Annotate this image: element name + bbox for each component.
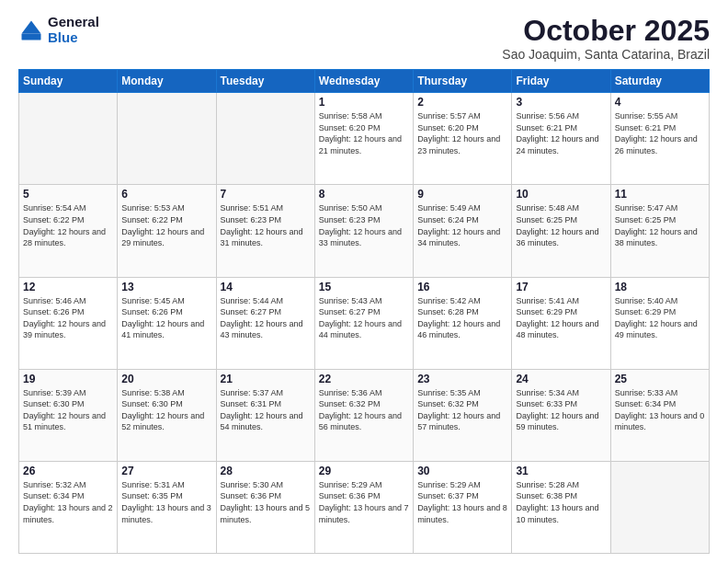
calendar-cell: 19Sunrise: 5:39 AM Sunset: 6:30 PM Dayli… — [19, 369, 118, 461]
day-info: Sunrise: 5:51 AM Sunset: 6:23 PM Dayligh… — [221, 202, 311, 248]
day-number: 12 — [23, 281, 113, 293]
day-info: Sunrise: 5:29 AM Sunset: 6:37 PM Dayligh… — [417, 479, 507, 525]
day-info: Sunrise: 5:30 AM Sunset: 6:36 PM Dayligh… — [221, 479, 311, 525]
calendar-cell: 3Sunrise: 5:56 AM Sunset: 6:21 PM Daylig… — [512, 93, 610, 185]
day-info: Sunrise: 5:58 AM Sunset: 6:20 PM Dayligh… — [319, 110, 409, 156]
calendar-cell — [216, 93, 314, 185]
day-info: Sunrise: 5:53 AM Sunset: 6:22 PM Dayligh… — [121, 202, 211, 248]
day-info: Sunrise: 5:31 AM Sunset: 6:35 PM Dayligh… — [121, 479, 211, 525]
calendar-cell: 23Sunrise: 5:35 AM Sunset: 6:32 PM Dayli… — [414, 369, 512, 461]
day-info: Sunrise: 5:38 AM Sunset: 6:30 PM Dayligh… — [121, 387, 211, 433]
calendar-cell: 9Sunrise: 5:49 AM Sunset: 6:24 PM Daylig… — [414, 185, 512, 277]
day-number: 8 — [319, 188, 409, 201]
day-number: 18 — [615, 281, 705, 293]
week-row-3: 12Sunrise: 5:46 AM Sunset: 6:26 PM Dayli… — [19, 277, 710, 369]
calendar-cell: 21Sunrise: 5:37 AM Sunset: 6:31 PM Dayli… — [216, 369, 314, 461]
day-info: Sunrise: 5:43 AM Sunset: 6:27 PM Dayligh… — [319, 295, 409, 341]
day-info: Sunrise: 5:41 AM Sunset: 6:29 PM Dayligh… — [516, 295, 606, 341]
calendar-cell: 27Sunrise: 5:31 AM Sunset: 6:35 PM Dayli… — [118, 461, 216, 553]
day-number: 5 — [23, 188, 113, 201]
header: General Blue October 2025 Sao Joaquim, S… — [18, 15, 710, 62]
calendar-cell: 7Sunrise: 5:51 AM Sunset: 6:23 PM Daylig… — [216, 185, 314, 277]
day-number: 15 — [319, 281, 409, 293]
weekday-header-thursday: Thursday — [414, 70, 512, 93]
day-info: Sunrise: 5:39 AM Sunset: 6:30 PM Dayligh… — [23, 387, 113, 433]
day-number: 29 — [319, 465, 409, 477]
day-info: Sunrise: 5:33 AM Sunset: 6:34 PM Dayligh… — [615, 387, 705, 433]
day-number: 24 — [516, 373, 606, 385]
calendar-cell: 12Sunrise: 5:46 AM Sunset: 6:26 PM Dayli… — [19, 277, 118, 369]
day-info: Sunrise: 5:37 AM Sunset: 6:31 PM Dayligh… — [221, 387, 311, 433]
calendar-cell: 22Sunrise: 5:36 AM Sunset: 6:32 PM Dayli… — [314, 369, 413, 461]
day-info: Sunrise: 5:35 AM Sunset: 6:32 PM Dayligh… — [417, 387, 507, 433]
day-number: 13 — [121, 281, 211, 293]
logo-line2: Blue — [48, 30, 99, 46]
calendar-cell: 24Sunrise: 5:34 AM Sunset: 6:33 PM Dayli… — [512, 369, 610, 461]
day-info: Sunrise: 5:42 AM Sunset: 6:28 PM Dayligh… — [417, 295, 507, 341]
day-info: Sunrise: 5:34 AM Sunset: 6:33 PM Dayligh… — [516, 387, 606, 433]
day-info: Sunrise: 5:55 AM Sunset: 6:21 PM Dayligh… — [615, 110, 705, 156]
calendar-cell: 16Sunrise: 5:42 AM Sunset: 6:28 PM Dayli… — [414, 277, 512, 369]
day-number: 26 — [23, 465, 113, 477]
day-number: 23 — [417, 373, 507, 385]
calendar-cell: 26Sunrise: 5:32 AM Sunset: 6:34 PM Dayli… — [19, 461, 118, 553]
day-info: Sunrise: 5:50 AM Sunset: 6:23 PM Dayligh… — [319, 202, 409, 248]
calendar-cell: 30Sunrise: 5:29 AM Sunset: 6:37 PM Dayli… — [414, 461, 512, 553]
calendar-table: SundayMondayTuesdayWednesdayThursdayFrid… — [18, 69, 710, 554]
day-info: Sunrise: 5:56 AM Sunset: 6:21 PM Dayligh… — [516, 110, 606, 156]
day-number: 10 — [516, 188, 606, 201]
week-row-1: 1Sunrise: 5:58 AM Sunset: 6:20 PM Daylig… — [19, 93, 710, 185]
calendar-cell: 31Sunrise: 5:28 AM Sunset: 6:38 PM Dayli… — [512, 461, 610, 553]
calendar-cell: 29Sunrise: 5:29 AM Sunset: 6:36 PM Dayli… — [314, 461, 413, 553]
month-title: October 2025 — [502, 15, 710, 47]
day-number: 19 — [23, 373, 113, 385]
day-number: 11 — [615, 188, 705, 201]
day-number: 16 — [417, 281, 507, 293]
day-number: 20 — [121, 373, 211, 385]
calendar-cell: 11Sunrise: 5:47 AM Sunset: 6:25 PM Dayli… — [610, 185, 709, 277]
calendar-cell: 28Sunrise: 5:30 AM Sunset: 6:36 PM Dayli… — [216, 461, 314, 553]
day-number: 14 — [221, 281, 311, 293]
week-row-4: 19Sunrise: 5:39 AM Sunset: 6:30 PM Dayli… — [19, 369, 710, 461]
weekday-header-monday: Monday — [118, 70, 216, 93]
day-number: 31 — [516, 465, 606, 477]
day-number: 2 — [417, 96, 507, 109]
weekday-header-sunday: Sunday — [19, 70, 118, 93]
calendar-cell: 25Sunrise: 5:33 AM Sunset: 6:34 PM Dayli… — [610, 369, 709, 461]
logo: General Blue — [18, 15, 99, 45]
day-info: Sunrise: 5:40 AM Sunset: 6:29 PM Dayligh… — [615, 295, 705, 341]
calendar-cell: 15Sunrise: 5:43 AM Sunset: 6:27 PM Dayli… — [314, 277, 413, 369]
calendar-body: 1Sunrise: 5:58 AM Sunset: 6:20 PM Daylig… — [19, 93, 710, 554]
week-row-2: 5Sunrise: 5:54 AM Sunset: 6:22 PM Daylig… — [19, 185, 710, 277]
weekday-header-friday: Friday — [512, 70, 610, 93]
day-info: Sunrise: 5:57 AM Sunset: 6:20 PM Dayligh… — [417, 110, 507, 156]
svg-marker-0 — [22, 20, 41, 33]
calendar-cell — [118, 93, 216, 185]
day-info: Sunrise: 5:45 AM Sunset: 6:26 PM Dayligh… — [121, 295, 211, 341]
calendar-cell: 10Sunrise: 5:48 AM Sunset: 6:25 PM Dayli… — [512, 185, 610, 277]
day-number: 30 — [417, 465, 507, 477]
day-number: 9 — [417, 188, 507, 201]
weekday-header-wednesday: Wednesday — [314, 70, 413, 93]
day-number: 4 — [615, 96, 705, 109]
calendar-cell: 5Sunrise: 5:54 AM Sunset: 6:22 PM Daylig… — [19, 185, 118, 277]
day-info: Sunrise: 5:29 AM Sunset: 6:36 PM Dayligh… — [319, 479, 409, 525]
calendar-cell: 8Sunrise: 5:50 AM Sunset: 6:23 PM Daylig… — [314, 185, 413, 277]
day-info: Sunrise: 5:49 AM Sunset: 6:24 PM Dayligh… — [417, 202, 507, 248]
calendar-cell: 6Sunrise: 5:53 AM Sunset: 6:22 PM Daylig… — [118, 185, 216, 277]
day-number: 27 — [121, 465, 211, 477]
day-number: 28 — [221, 465, 311, 477]
page: General Blue October 2025 Sao Joaquim, S… — [0, 0, 728, 563]
calendar-cell — [610, 461, 709, 553]
day-info: Sunrise: 5:48 AM Sunset: 6:25 PM Dayligh… — [516, 202, 606, 248]
day-number: 17 — [516, 281, 606, 293]
calendar-cell: 1Sunrise: 5:58 AM Sunset: 6:20 PM Daylig… — [314, 93, 413, 185]
svg-rect-1 — [22, 33, 41, 40]
day-info: Sunrise: 5:36 AM Sunset: 6:32 PM Dayligh… — [319, 387, 409, 433]
location: Sao Joaquim, Santa Catarina, Brazil — [502, 47, 710, 62]
week-row-5: 26Sunrise: 5:32 AM Sunset: 6:34 PM Dayli… — [19, 461, 710, 553]
day-info: Sunrise: 5:46 AM Sunset: 6:26 PM Dayligh… — [23, 295, 113, 341]
day-number: 21 — [221, 373, 311, 385]
calendar-cell: 20Sunrise: 5:38 AM Sunset: 6:30 PM Dayli… — [118, 369, 216, 461]
day-number: 3 — [516, 96, 606, 109]
